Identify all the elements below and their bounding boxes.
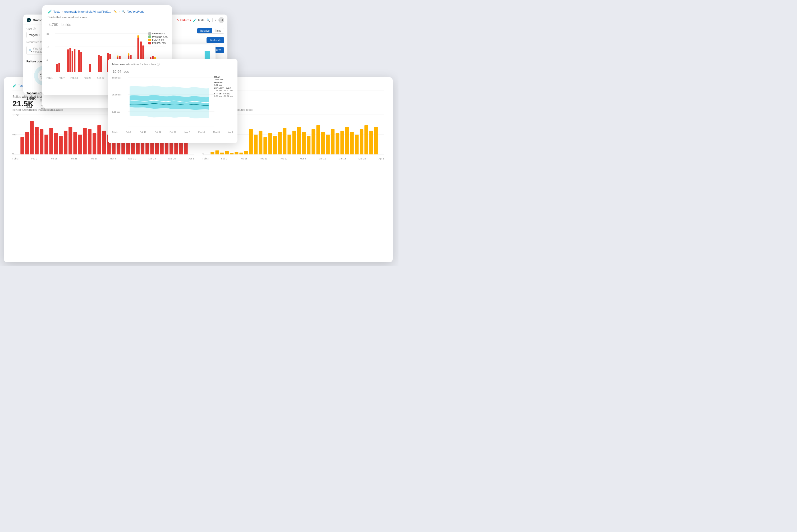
svg-rect-81 <box>374 127 378 154</box>
failure-sparkline-1 <box>37 96 38 103</box>
legend-flaky: FLAKY 50 <box>148 39 168 41</box>
svg-rect-131 <box>100 56 102 72</box>
svg-rect-76 <box>350 132 354 154</box>
flaky-x-labels: Feb 3 Feb 9 Feb 15 Feb 21 Feb 27 Mar 4 M… <box>203 157 384 160</box>
mean-exec-value: 10.94 sec <box>112 67 233 74</box>
svg-rect-72 <box>331 129 335 154</box>
svg-rect-11 <box>44 135 48 154</box>
fixed-btn[interactable]: Fixed <box>212 28 224 33</box>
svg-rect-56 <box>254 135 258 154</box>
tests-icon-bc: 🧪 <box>48 10 52 14</box>
builds-count: 4.76K builds <box>48 19 167 28</box>
svg-rect-71 <box>326 135 330 154</box>
relative-btn[interactable]: Relative <box>197 28 212 33</box>
failure-unit-2: builds <box>26 109 32 111</box>
svg-rect-130 <box>98 55 100 72</box>
svg-rect-64 <box>292 131 296 154</box>
find-methods-link[interactable]: Find methods <box>127 10 145 13</box>
svg-rect-61 <box>278 132 282 154</box>
search-icon-bc: 🔍 <box>121 10 125 13</box>
svg-text:0: 0 <box>203 152 204 155</box>
svg-rect-8 <box>30 121 34 154</box>
svg-rect-48 <box>215 150 219 154</box>
legend-failed: FAILED 215 <box>148 42 168 44</box>
svg-rect-23 <box>102 131 106 154</box>
svg-rect-66 <box>302 132 306 154</box>
svg-rect-65 <box>297 127 301 154</box>
svg-rect-16 <box>69 127 72 154</box>
svg-rect-62 <box>283 128 286 154</box>
svg-rect-20 <box>88 129 92 154</box>
failure-unit-1: builds <box>26 100 36 103</box>
svg-rect-127 <box>78 50 80 72</box>
user-info-icon: ⓘ <box>33 27 36 31</box>
mean-exec-info-icon: ⓘ <box>157 63 160 66</box>
svg-rect-60 <box>273 136 277 154</box>
tests-bc-link[interactable]: Tests <box>53 10 60 13</box>
builds-section-title: Builds that executed test class <box>48 16 167 19</box>
search-nav-btn[interactable]: 🔍 <box>207 19 210 22</box>
tests-icon: 🧪 <box>13 83 17 88</box>
svg-rect-7 <box>25 132 29 154</box>
svg-rect-59 <box>268 133 272 154</box>
flaky-dot <box>148 39 151 41</box>
svg-rect-67 <box>307 136 310 154</box>
avatar-btn[interactable]: CA <box>219 17 224 23</box>
svg-rect-79 <box>364 125 368 154</box>
svg-rect-22 <box>97 125 101 154</box>
svg-rect-6 <box>20 137 24 154</box>
refresh-button[interactable]: Refresh <box>207 37 224 43</box>
svg-rect-19 <box>83 128 87 154</box>
edit-icon[interactable]: ✏️ <box>113 10 117 13</box>
svg-rect-136 <box>117 56 118 57</box>
svg-rect-124 <box>69 48 71 72</box>
svg-rect-47 <box>210 152 214 154</box>
svg-rect-55 <box>249 129 253 154</box>
builds-header: 🧪 Tests › org.gradle.internal.vfs.Virtua… <box>42 5 172 30</box>
svg-rect-63 <box>287 135 291 154</box>
svg-rect-70 <box>321 132 325 154</box>
svg-text:15: 15 <box>46 46 49 49</box>
class-bc-link[interactable]: org.gradle.internal.vfs.VirtualFileSyste… <box>64 10 112 13</box>
svg-rect-143 <box>137 35 139 38</box>
svg-rect-128 <box>80 52 82 72</box>
svg-rect-139 <box>128 53 129 56</box>
svg-rect-126 <box>74 49 75 72</box>
legend-median: MEDIAN 7.82 sec <box>214 81 233 86</box>
legend-mean: MEAN 10.94 sec <box>214 76 233 81</box>
builds-breadcrumb: 🧪 Tests › org.gradle.internal.vfs.Virtua… <box>48 10 167 14</box>
svg-text:1.10K: 1.10K <box>13 114 19 117</box>
help-nav-btn[interactable]: ? <box>215 19 216 22</box>
svg-rect-21 <box>93 133 96 154</box>
svg-rect-69 <box>316 125 320 154</box>
mean-exec-title: Mean execution time for test class ⓘ <box>112 62 233 66</box>
svg-rect-53 <box>239 153 243 154</box>
area-chart-legend: MEAN 10.94 sec MEDIAN 7.82 sec 25TH-75TH… <box>214 76 233 98</box>
svg-rect-49 <box>220 153 224 154</box>
svg-rect-57 <box>259 131 262 154</box>
sep2: › <box>119 10 120 13</box>
failures-icon: ⚠ <box>176 19 179 22</box>
svg-rect-68 <box>311 129 315 154</box>
svg-rect-9 <box>35 127 39 154</box>
chart-legend: SKIPPED 10 PASSED 4.4K FLAKY 50 FAILED 2… <box>148 32 168 45</box>
svg-rect-51 <box>230 153 233 154</box>
tests-nav-btn[interactable]: 🧪 Tests <box>193 19 204 22</box>
failed-dot <box>148 42 151 44</box>
svg-rect-121 <box>56 64 58 72</box>
svg-rect-58 <box>263 137 267 154</box>
mean-x-labels: Feb 1 Feb 8 Feb 15 Feb 22 Feb 29 Mar 7 M… <box>108 131 238 133</box>
gradle-logo-icon: G <box>26 18 31 22</box>
legend-skipped: SKIPPED 10 <box>148 32 168 35</box>
svg-text:0.00 sec: 0.00 sec <box>112 111 120 113</box>
svg-rect-77 <box>355 135 359 154</box>
svg-rect-129 <box>89 64 91 72</box>
svg-rect-125 <box>72 51 73 72</box>
sep1: › <box>62 10 63 13</box>
svg-text:30: 30 <box>46 33 49 35</box>
passed-dot <box>148 35 151 38</box>
failed-x-labels: Feb 3 Feb 9 Feb 15 Feb 21 Feb 27 Mar 4 M… <box>13 157 194 160</box>
failures-nav-btn[interactable]: ⚠ Failures <box>176 19 191 22</box>
failure-msg-2b: > Build cancelled while... <box>41 109 61 111</box>
svg-rect-123 <box>67 50 69 72</box>
